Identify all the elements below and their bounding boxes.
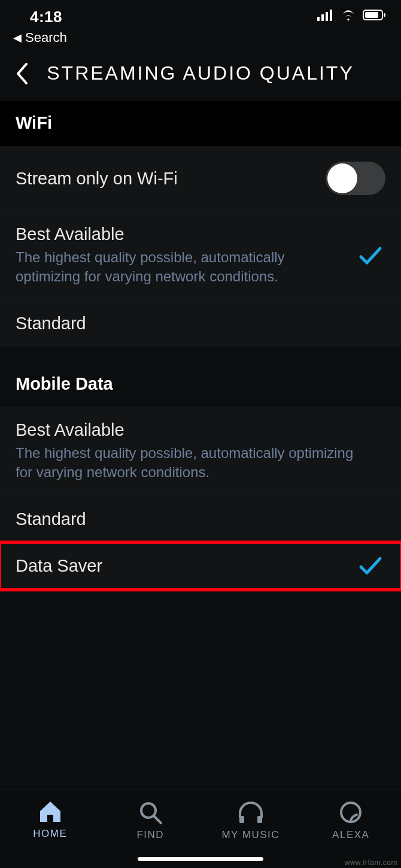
back-button[interactable]: [6, 63, 38, 84]
option-label: Data Saver: [16, 556, 344, 576]
battery-icon: [363, 7, 387, 25]
bottom-tab-bar: HOME FIND MY MUSIC ALEXA: [0, 789, 401, 868]
tab-label: FIND: [136, 829, 164, 841]
svg-line-8: [154, 817, 161, 823]
cellular-signal-icon: [317, 7, 334, 25]
status-icons: [317, 7, 387, 26]
tab-home[interactable]: HOME: [5, 800, 95, 840]
svg-rect-6: [384, 13, 385, 17]
svg-rect-1: [321, 14, 324, 21]
home-indicator[interactable]: [138, 857, 263, 861]
status-time: 4:18: [30, 8, 62, 26]
tab-label: HOME: [33, 828, 67, 840]
option-label: Best Available: [16, 224, 344, 244]
headphones-icon: [238, 800, 264, 824]
tab-alexa[interactable]: ALEXA: [306, 800, 396, 841]
watermark: www.frfam.com: [344, 858, 397, 867]
mobile-option-standard[interactable]: Standard: [0, 496, 401, 543]
toggle-knob: [327, 163, 357, 193]
tab-label: MY MUSIC: [221, 829, 280, 841]
mobile-option-best-available[interactable]: Best Available The highest quality possi…: [0, 407, 401, 496]
nav-back-label: Search: [25, 30, 67, 45]
option-label: Standard: [16, 509, 373, 529]
section-header-wifi: WiFi: [0, 101, 401, 146]
page-title: STREAMING AUDIO QUALITY: [38, 62, 395, 84]
svg-rect-2: [326, 12, 328, 21]
search-icon: [138, 800, 162, 824]
wifi-option-standard[interactable]: Standard: [0, 301, 401, 347]
option-label: Standard: [16, 314, 373, 333]
chevron-left-icon: [16, 63, 29, 84]
svg-point-7: [141, 803, 156, 818]
option-sub: The highest quality possible, automatica…: [16, 248, 344, 287]
stream-only-wifi-label: Stream only on Wi-Fi: [16, 169, 314, 189]
mobile-option-data-saver[interactable]: Data Saver: [0, 543, 401, 589]
stream-only-wifi-toggle[interactable]: [326, 162, 385, 195]
page-header: STREAMING AUDIO QUALITY: [0, 51, 401, 101]
tab-label: ALEXA: [332, 829, 369, 841]
checkmark-icon: [356, 556, 385, 575]
status-bar: 4:18: [0, 0, 401, 26]
home-icon: [38, 800, 62, 823]
svg-rect-5: [365, 12, 378, 18]
svg-rect-0: [317, 17, 320, 21]
option-label: Best Available: [16, 420, 373, 440]
option-sub: The highest quality possible, automatica…: [16, 444, 373, 482]
tab-my-music[interactable]: MY MUSIC: [206, 800, 296, 841]
stream-only-wifi-row[interactable]: Stream only on Wi-Fi: [0, 146, 401, 211]
tab-find[interactable]: FIND: [105, 800, 195, 841]
nav-back-search[interactable]: ◀ Search: [0, 26, 401, 51]
mobile-list: Best Available The highest quality possi…: [0, 407, 401, 589]
svg-rect-9: [239, 816, 244, 823]
checkmark-icon: [356, 246, 385, 265]
back-caret-icon: ◀: [13, 32, 22, 43]
alexa-icon: [339, 800, 363, 824]
section-header-mobile: Mobile Data: [0, 372, 401, 407]
svg-rect-3: [330, 10, 332, 21]
wifi-list: Stream only on Wi-Fi Best Available The …: [0, 146, 401, 347]
svg-rect-10: [257, 816, 262, 823]
wifi-option-best-available[interactable]: Best Available The highest quality possi…: [0, 211, 401, 301]
wifi-icon: [340, 7, 357, 25]
